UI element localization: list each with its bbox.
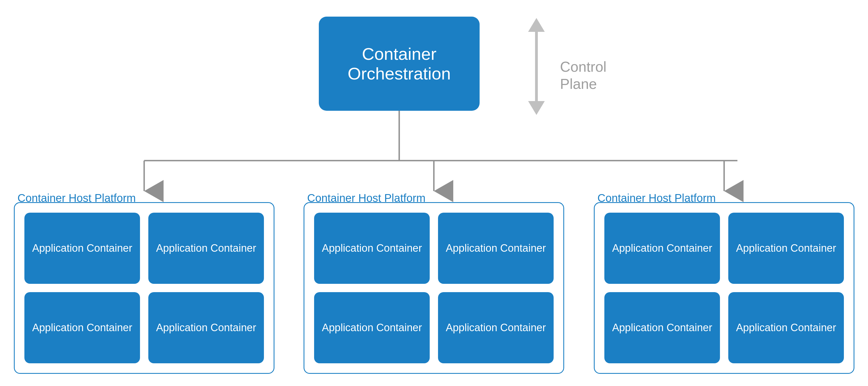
- svg-marker-7: [528, 101, 545, 115]
- host-platform-center: Container Host Platform Application Cont…: [304, 202, 564, 374]
- app-container-center-4: Application Container: [438, 292, 554, 363]
- app-container-right-1: Application Container: [604, 213, 720, 284]
- app-container-left-3: Application Container: [24, 292, 140, 363]
- app-container-right-2: Application Container: [728, 213, 844, 284]
- host-platform-left-label: Container Host Platform: [18, 192, 136, 204]
- host-platform-right-label: Container Host Platform: [597, 192, 716, 204]
- orchestration-label: Container Orchestration: [319, 44, 479, 83]
- app-container-left-4: Application Container: [148, 292, 264, 363]
- host-platform-right: Container Host Platform Application Cont…: [594, 202, 855, 374]
- app-grid-right: Application Container Application Contai…: [595, 203, 854, 373]
- app-container-left-1: Application Container: [24, 213, 140, 284]
- app-container-right-3: Application Container: [604, 292, 720, 363]
- app-container-center-3: Application Container: [314, 292, 430, 363]
- app-grid-center: Application Container Application Contai…: [304, 203, 563, 373]
- control-plane-label: Control Plane: [560, 58, 607, 93]
- app-container-left-2: Application Container: [148, 213, 264, 284]
- app-container-right-4: Application Container: [728, 292, 844, 363]
- svg-marker-6: [528, 18, 545, 32]
- diagram-container: Container Orchestration Control Plane Co…: [0, 0, 868, 386]
- host-platform-center-label: Container Host Platform: [307, 192, 426, 204]
- app-container-center-1: Application Container: [314, 213, 430, 284]
- host-platform-left: Container Host Platform Application Cont…: [14, 202, 275, 374]
- app-grid-left: Application Container Application Contai…: [15, 203, 274, 373]
- app-container-center-2: Application Container: [438, 213, 554, 284]
- orchestration-box: Container Orchestration: [319, 16, 479, 111]
